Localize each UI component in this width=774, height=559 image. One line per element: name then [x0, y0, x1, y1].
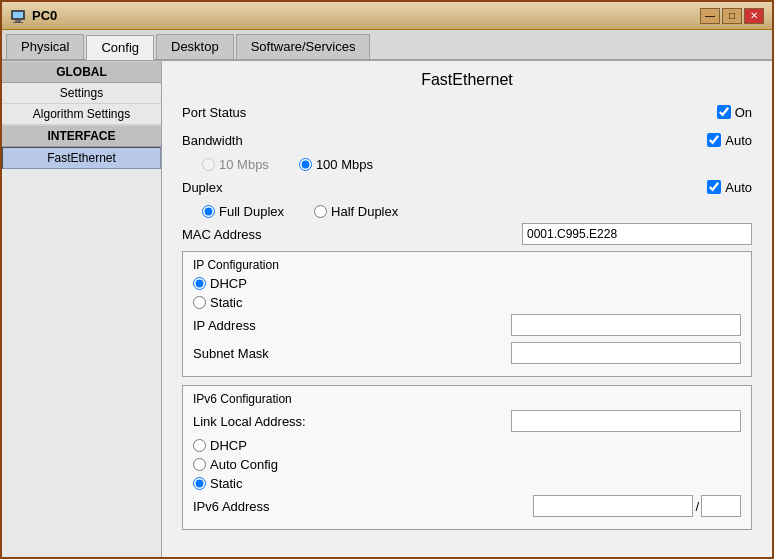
duplex-radio-group: Full Duplex Half Duplex — [202, 204, 752, 219]
ipv6-address-input[interactable] — [533, 495, 693, 517]
minimize-button[interactable]: — — [700, 8, 720, 24]
svg-rect-2 — [15, 20, 21, 22]
ip-static-option: Static — [193, 295, 741, 310]
ipv6-autoconfig-radio[interactable] — [193, 458, 206, 471]
computer-icon — [10, 8, 26, 24]
bandwidth-row: Bandwidth Auto — [182, 129, 752, 151]
global-header: GLOBAL — [2, 61, 161, 83]
tab-software-services[interactable]: Software/Services — [236, 34, 371, 59]
sidebar-item-settings[interactable]: Settings — [2, 83, 161, 104]
close-button[interactable]: ✕ — [744, 8, 764, 24]
ipv6-static-label: Static — [210, 476, 243, 491]
svg-rect-3 — [13, 22, 23, 23]
tab-desktop[interactable]: Desktop — [156, 34, 234, 59]
ipv6-config-label: IPv6 Configuration — [193, 392, 741, 406]
duplex-half-radio[interactable] — [314, 205, 327, 218]
duplex-auto-checkbox[interactable] — [707, 180, 721, 194]
ip-dhcp-radio[interactable] — [193, 277, 206, 290]
ip-address-label: IP Address — [193, 318, 511, 333]
port-status-row: Port Status On — [182, 101, 752, 123]
ip-static-radio[interactable] — [193, 296, 206, 309]
bandwidth-auto-label: Auto — [725, 133, 752, 148]
tab-config[interactable]: Config — [86, 35, 154, 60]
duplex-half-option: Half Duplex — [314, 204, 398, 219]
duplex-full-label: Full Duplex — [219, 204, 284, 219]
duplex-full-radio[interactable] — [202, 205, 215, 218]
bandwidth-10-radio[interactable] — [202, 158, 215, 171]
window-controls: — □ ✕ — [700, 8, 764, 24]
ip-static-label: Static — [210, 295, 243, 310]
tabs-bar: Physical Config Desktop Software/Service… — [2, 30, 772, 61]
port-status-checkbox[interactable] — [717, 105, 731, 119]
ipv6-address-row: IPv6 Address / — [193, 495, 741, 517]
subnet-mask-input[interactable] — [511, 342, 741, 364]
ipv6-dhcp-radio[interactable] — [193, 439, 206, 452]
duplex-full-option: Full Duplex — [202, 204, 284, 219]
ipv6-dhcp-option: DHCP — [193, 438, 741, 453]
main-window: PC0 — □ ✕ Physical Config Desktop Softwa… — [0, 0, 774, 559]
ip-config-box: IP Configuration DHCP Static IP Address — [182, 251, 752, 377]
ipv6-static-option: Static — [193, 476, 741, 491]
ipv6-address-label: IPv6 Address — [193, 499, 533, 514]
bandwidth-100-label: 100 Mbps — [316, 157, 373, 172]
mac-address-label: MAC Address — [182, 227, 522, 242]
mac-address-row: MAC Address — [182, 223, 752, 245]
link-local-row: Link Local Address: — [193, 410, 741, 432]
ip-config-label: IP Configuration — [193, 258, 741, 272]
ipv6-static-radio[interactable] — [193, 477, 206, 490]
bandwidth-100-radio[interactable] — [299, 158, 312, 171]
ipv6-autoconfig-option: Auto Config — [193, 457, 741, 472]
subnet-mask-label: Subnet Mask — [193, 346, 511, 361]
sidebar: GLOBAL Settings Algorithm Settings INTER… — [2, 61, 162, 557]
link-local-label: Link Local Address: — [193, 414, 511, 429]
ipv6-prefix-input[interactable] — [701, 495, 741, 517]
bandwidth-label: Bandwidth — [182, 133, 707, 148]
port-status-label: Port Status — [182, 105, 717, 120]
title-bar: PC0 — □ ✕ — [2, 2, 772, 30]
ip-address-input[interactable] — [511, 314, 741, 336]
ipv6-autoconfig-label: Auto Config — [210, 457, 278, 472]
ipv6-slash: / — [693, 499, 701, 514]
ip-dhcp-label: DHCP — [210, 276, 247, 291]
maximize-button[interactable]: □ — [722, 8, 742, 24]
ipv6-config-box: IPv6 Configuration Link Local Address: D… — [182, 385, 752, 530]
ip-dhcp-option: DHCP — [193, 276, 741, 291]
bandwidth-auto-checkbox[interactable] — [707, 133, 721, 147]
subnet-mask-row: Subnet Mask — [193, 342, 741, 364]
bandwidth-auto-controls: Auto — [707, 133, 752, 148]
sidebar-item-fastethernet[interactable]: FastEthernet — [2, 147, 161, 169]
bandwidth-100-option: 100 Mbps — [299, 157, 373, 172]
bandwidth-10-option: 10 Mbps — [202, 157, 269, 172]
duplex-auto-label: Auto — [725, 180, 752, 195]
panel-title: FastEthernet — [182, 71, 752, 89]
sidebar-item-algorithm[interactable]: Algorithm Settings — [2, 104, 161, 125]
link-local-input[interactable] — [511, 410, 741, 432]
port-status-controls: On — [717, 105, 752, 120]
bandwidth-10-label: 10 Mbps — [219, 157, 269, 172]
main-scroll-area: FastEthernet Port Status On Bandwidth Au… — [162, 61, 772, 557]
ipv6-dhcp-label: DHCP — [210, 438, 247, 453]
ipv6-address-inputs: / — [533, 495, 741, 517]
content-area: GLOBAL Settings Algorithm Settings INTER… — [2, 61, 772, 557]
duplex-auto-controls: Auto — [707, 180, 752, 195]
main-panel: FastEthernet Port Status On Bandwidth Au… — [162, 61, 772, 557]
duplex-label: Duplex — [182, 180, 707, 195]
svg-rect-1 — [13, 12, 23, 18]
interface-header: INTERFACE — [2, 125, 161, 147]
port-status-on-label: On — [735, 105, 752, 120]
duplex-half-label: Half Duplex — [331, 204, 398, 219]
mac-address-input[interactable] — [522, 223, 752, 245]
window-title: PC0 — [32, 8, 57, 23]
tab-physical[interactable]: Physical — [6, 34, 84, 59]
duplex-row: Duplex Auto — [182, 176, 752, 198]
ip-address-row: IP Address — [193, 314, 741, 336]
bandwidth-radio-group: 10 Mbps 100 Mbps — [202, 157, 752, 172]
